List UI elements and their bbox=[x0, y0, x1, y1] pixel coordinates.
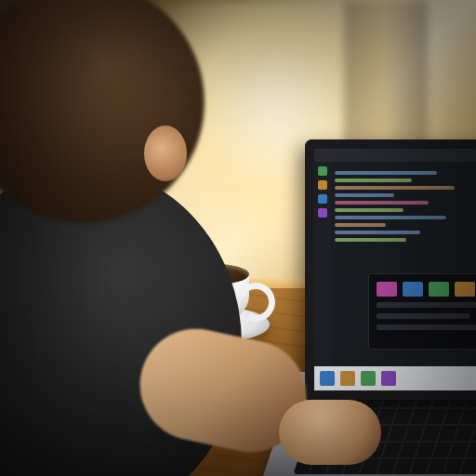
screen-content bbox=[314, 149, 476, 390]
code-line bbox=[335, 238, 406, 242]
code-line bbox=[335, 193, 394, 197]
search-icon bbox=[318, 180, 327, 190]
code-line bbox=[335, 223, 386, 227]
file-icon bbox=[318, 166, 327, 176]
code-line bbox=[335, 178, 412, 182]
panel-row bbox=[377, 324, 476, 330]
taskbar-icon bbox=[340, 371, 355, 386]
ide-taskbar bbox=[314, 366, 476, 390]
branch-icon bbox=[318, 194, 327, 204]
ide-editor-area bbox=[331, 162, 476, 366]
code-line bbox=[335, 186, 455, 190]
person-hand bbox=[279, 400, 381, 465]
code-line bbox=[335, 216, 446, 219]
color-swatch bbox=[429, 282, 449, 297]
code-line bbox=[335, 171, 437, 175]
person-ear bbox=[144, 126, 187, 181]
extensions-icon bbox=[318, 208, 327, 218]
color-swatch bbox=[377, 282, 397, 297]
color-swatch bbox=[455, 282, 475, 297]
code-line bbox=[335, 231, 420, 234]
photo-scene bbox=[0, 0, 476, 476]
code-line bbox=[335, 201, 429, 205]
ide-activity-bar bbox=[314, 162, 331, 366]
ide-titlebar bbox=[314, 149, 476, 162]
panel-row bbox=[377, 313, 469, 319]
panel-row bbox=[377, 302, 476, 308]
taskbar-icon bbox=[320, 371, 335, 386]
ide-panel bbox=[368, 273, 476, 350]
color-swatch bbox=[403, 282, 423, 297]
laptop-screen bbox=[305, 139, 476, 400]
taskbar-icon bbox=[381, 371, 396, 386]
code-line bbox=[335, 208, 403, 212]
taskbar-icon bbox=[361, 371, 376, 386]
